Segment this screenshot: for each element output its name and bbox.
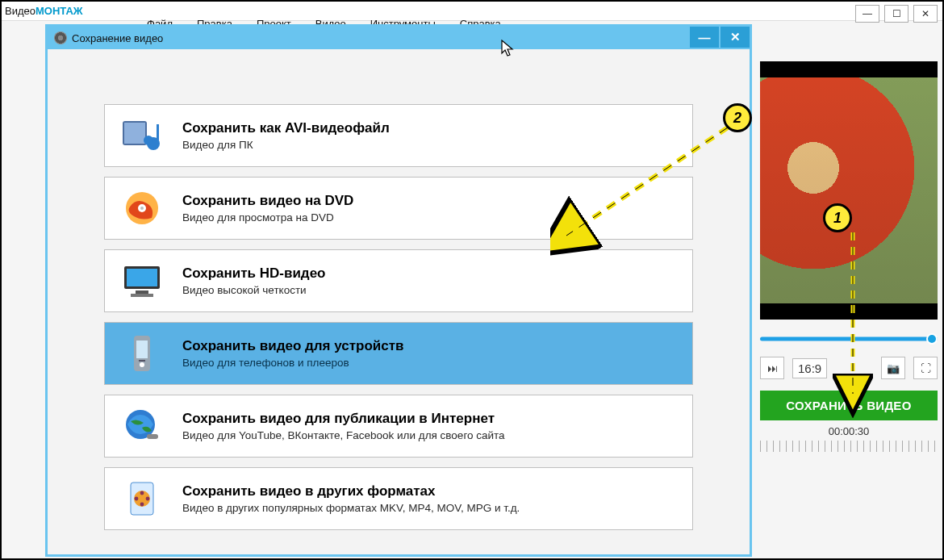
film-reel-icon	[119, 479, 165, 518]
svg-rect-15	[139, 360, 145, 361]
save-dialog: Сохранение видео — ✕ Сохранить как AVI-в…	[45, 24, 752, 557]
dialog-close-button[interactable]: ✕	[721, 27, 750, 48]
svg-point-20	[140, 491, 144, 495]
svg-line-27	[566, 127, 728, 236]
annotation-badge-2: 2	[723, 103, 752, 132]
option-subtitle: Видео для YouTube, ВКонтакте, Facebook и…	[182, 429, 505, 441]
dialog-title: Сохранение видео	[72, 32, 163, 44]
option-title: Сохранить видео для устройств	[182, 338, 404, 354]
dialog-titlebar: Сохранение видео — ✕	[48, 27, 750, 49]
option-subtitle: Видео для ПК	[182, 139, 390, 151]
maximize-button[interactable]: ☐	[884, 5, 908, 23]
app-title-accent: МОНТАЖ	[36, 5, 83, 17]
phone-icon	[119, 334, 165, 373]
close-button[interactable]: ✕	[913, 5, 938, 23]
option-title: Сохранить видео в других форматах	[182, 483, 520, 499]
fullscreen-button[interactable]: ⛶	[913, 357, 938, 379]
svg-rect-13	[136, 341, 148, 358]
scrub-handle[interactable]	[926, 333, 938, 345]
snapshot-button[interactable]: 📷	[881, 357, 905, 379]
annotation-badge-1: 1	[823, 203, 852, 232]
svg-point-23	[146, 497, 150, 501]
option-title: Сохранить видео на DVD	[182, 193, 353, 209]
annotation-arrow-1	[833, 232, 873, 418]
app-title-prefix: Видео	[5, 5, 36, 17]
svg-rect-10	[136, 290, 148, 294]
timeline-ticks	[760, 441, 938, 452]
svg-line-26	[566, 127, 728, 236]
svg-point-22	[135, 497, 139, 501]
svg-point-4	[144, 136, 153, 145]
timeline-time: 00:00:30	[760, 425, 938, 437]
app-title: ВидеоМОНТАЖ	[5, 5, 83, 17]
globe-icon	[119, 407, 165, 445]
svg-rect-9	[127, 269, 157, 286]
option-title: Сохранить как AVI-видеофайл	[182, 120, 390, 136]
option-title: Сохранить HD-видео	[182, 265, 326, 282]
monitor-icon	[119, 261, 165, 300]
dvd-disc-icon	[119, 189, 165, 228]
dialog-body: Сохранить как AVI-видеофайл Видео для ПК…	[48, 49, 750, 530]
option-devices[interactable]: Сохранить видео для устройств Видео для …	[104, 322, 693, 385]
svg-point-7	[140, 207, 144, 210]
next-frame-button[interactable]: ⏭	[760, 357, 784, 379]
svg-rect-11	[131, 294, 153, 297]
option-internet[interactable]: Сохранить видео для публикации в Интерне…	[104, 395, 693, 458]
annotation-arrow-2	[550, 123, 744, 260]
window-controls: — ☐ ✕	[855, 5, 938, 23]
svg-rect-3	[157, 124, 159, 142]
main-window: ВидеоМОНТАЖ — ☐ ✕ Файл Правка Проект Вид…	[2, 2, 942, 558]
film-music-icon	[119, 116, 165, 155]
svg-point-21	[140, 503, 144, 507]
option-subtitle: Видео для телефонов и плееров	[182, 357, 404, 369]
dialog-window-controls: — ✕	[688, 27, 750, 48]
dialog-title-icon	[54, 31, 67, 44]
option-title: Сохранить видео для публикации в Интерне…	[182, 411, 505, 427]
svg-rect-17	[147, 434, 158, 439]
option-subtitle: Видео для просмотра на DVD	[182, 211, 353, 224]
minimize-button[interactable]: —	[855, 5, 879, 23]
option-subtitle: Видео в других популярных форматах MKV, …	[182, 502, 520, 514]
option-other-formats[interactable]: Сохранить видео в других форматах Видео …	[104, 467, 693, 530]
option-subtitle: Видео высокой четкости	[182, 284, 326, 296]
dialog-minimize-button[interactable]: —	[690, 27, 719, 48]
svg-rect-1	[124, 123, 145, 144]
svg-point-14	[140, 362, 144, 367]
aspect-ratio-button[interactable]: 16:9	[792, 358, 827, 378]
